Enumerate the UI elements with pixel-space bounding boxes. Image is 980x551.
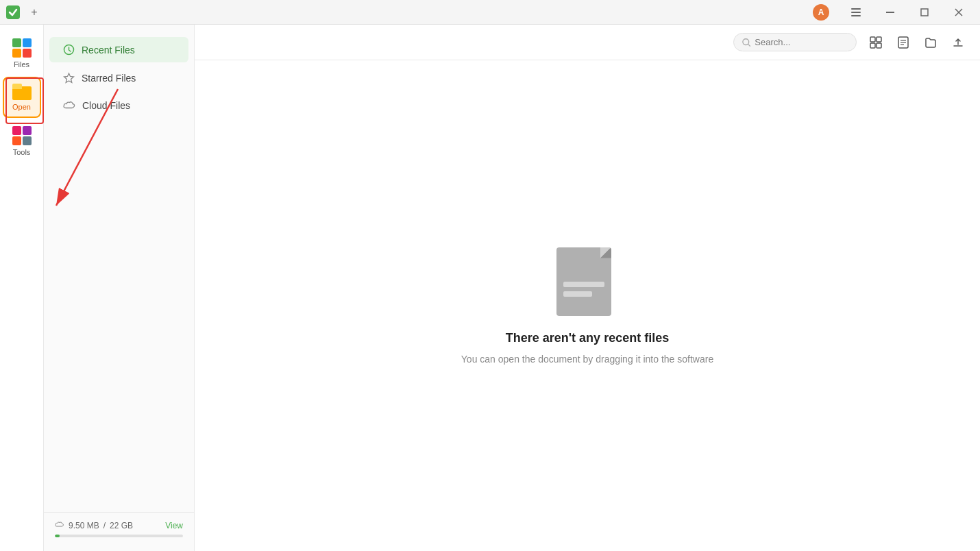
main-content: There aren't any recent files You can op… — [195, 25, 980, 551]
close-button[interactable] — [943, 0, 975, 25]
tools-icon — [12, 126, 32, 145]
cloud-storage-icon — [55, 521, 64, 530]
storage-bar — [55, 535, 183, 537]
file-line-1 — [563, 282, 604, 287]
toolbar — [195, 25, 980, 60]
storage-info: 9.50 MB / 22 GB View — [44, 512, 194, 546]
upload-button[interactable] — [947, 32, 969, 53]
svg-line-11 — [748, 44, 750, 46]
nav-item-cloud[interactable]: Cloud Files — [49, 93, 188, 118]
nav-items-list: Recent Files Starred Files Cloud Fil — [44, 30, 194, 125]
svg-rect-5 — [921, 9, 928, 16]
empty-state: There aren't any recent files You can op… — [195, 60, 980, 551]
window-controls — [840, 0, 975, 25]
sidebar-open-label: Open — [12, 103, 31, 111]
nav-item-starred[interactable]: Starred Files — [49, 65, 188, 90]
empty-file-illustration — [556, 247, 618, 323]
svg-rect-15 — [877, 43, 881, 48]
minimize-button[interactable] — [874, 0, 906, 25]
storage-bar-fill — [55, 535, 60, 537]
empty-state-subtitle: You can open the document by dragging it… — [461, 354, 713, 365]
file-lines — [563, 282, 604, 297]
svg-rect-0 — [6, 5, 20, 19]
svg-rect-12 — [870, 37, 875, 42]
file-view-button[interactable] — [892, 32, 914, 53]
title-bar-left: + — [5, 4, 42, 21]
clock-icon — [63, 44, 75, 56]
empty-state-title: There aren't any recent files — [506, 331, 669, 345]
sidebar-item-files[interactable]: Files — [3, 33, 41, 74]
title-bar: + A — [0, 0, 980, 25]
nav-sidebar: Recent Files Starred Files Cloud Fil — [44, 25, 195, 551]
cloud-icon — [63, 101, 75, 110]
icon-sidebar: Files Open Tools — [0, 25, 44, 551]
nav-starred-label: Starred Files — [82, 73, 136, 84]
svg-marker-9 — [64, 73, 74, 83]
nav-item-recent[interactable]: Recent Files — [49, 37, 188, 62]
open-folder-button[interactable] — [920, 32, 942, 53]
search-box[interactable] — [733, 33, 857, 51]
storage-total: 22 GB — [110, 521, 133, 530]
storage-used: 9.50 MB — [69, 521, 99, 530]
grid-view-button[interactable] — [865, 32, 887, 53]
sidebar-item-open[interactable]: Open — [3, 77, 41, 118]
svg-rect-4 — [886, 12, 894, 13]
avatar[interactable]: A — [813, 4, 829, 21]
search-input[interactable] — [755, 37, 848, 47]
open-folder-icon — [12, 84, 32, 100]
title-bar-right: A — [813, 0, 975, 25]
sidebar-tools-label: Tools — [13, 148, 31, 156]
svg-rect-2 — [851, 12, 861, 13]
svg-rect-1 — [851, 8, 861, 10]
files-icon — [12, 38, 32, 58]
file-line-2 — [563, 291, 592, 297]
storage-separator: / — [103, 521, 106, 530]
storage-view-button[interactable]: View — [165, 521, 183, 530]
sidebar-files-label: Files — [14, 60, 29, 69]
app-logo-icon — [5, 5, 21, 20]
file-body — [556, 247, 611, 316]
star-icon — [63, 72, 75, 84]
search-icon — [742, 38, 750, 47]
svg-rect-13 — [877, 37, 881, 42]
add-tab-button[interactable]: + — [26, 4, 42, 21]
svg-rect-14 — [870, 43, 875, 48]
maximize-button[interactable] — [909, 0, 940, 25]
nav-recent-label: Recent Files — [82, 45, 135, 56]
storage-row: 9.50 MB / 22 GB View — [55, 521, 183, 530]
nav-cloud-label: Cloud Files — [82, 100, 130, 111]
hamburger-menu-button[interactable] — [840, 0, 872, 25]
sidebar-item-tools[interactable]: Tools — [3, 121, 41, 162]
main-layout: Files Open Tools Rec — [0, 25, 980, 551]
toolbar-icons — [865, 32, 969, 53]
svg-rect-3 — [851, 15, 861, 16]
